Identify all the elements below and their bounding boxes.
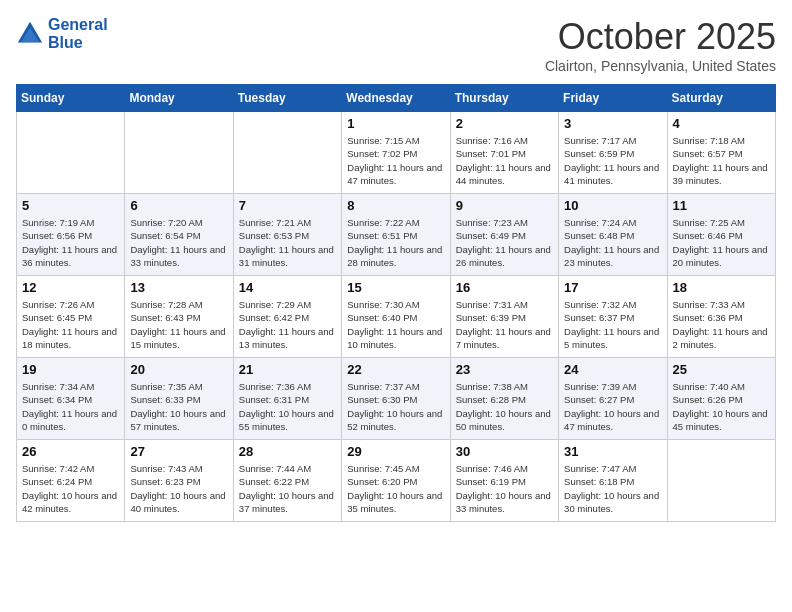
calendar-cell: 7Sunrise: 7:21 AM Sunset: 6:53 PM Daylig… (233, 194, 341, 276)
day-number: 19 (22, 362, 119, 377)
day-number: 3 (564, 116, 661, 131)
day-number: 30 (456, 444, 553, 459)
week-row-2: 5Sunrise: 7:19 AM Sunset: 6:56 PM Daylig… (17, 194, 776, 276)
cell-content: Sunrise: 7:43 AM Sunset: 6:23 PM Dayligh… (130, 462, 227, 515)
calendar-cell: 24Sunrise: 7:39 AM Sunset: 6:27 PM Dayli… (559, 358, 667, 440)
cell-content: Sunrise: 7:36 AM Sunset: 6:31 PM Dayligh… (239, 380, 336, 433)
calendar-cell: 23Sunrise: 7:38 AM Sunset: 6:28 PM Dayli… (450, 358, 558, 440)
day-number: 10 (564, 198, 661, 213)
calendar-cell: 28Sunrise: 7:44 AM Sunset: 6:22 PM Dayli… (233, 440, 341, 522)
day-number: 12 (22, 280, 119, 295)
cell-content: Sunrise: 7:47 AM Sunset: 6:18 PM Dayligh… (564, 462, 661, 515)
calendar-cell (667, 440, 775, 522)
cell-content: Sunrise: 7:31 AM Sunset: 6:39 PM Dayligh… (456, 298, 553, 351)
calendar-cell: 27Sunrise: 7:43 AM Sunset: 6:23 PM Dayli… (125, 440, 233, 522)
calendar-cell: 18Sunrise: 7:33 AM Sunset: 6:36 PM Dayli… (667, 276, 775, 358)
day-number: 20 (130, 362, 227, 377)
day-number: 23 (456, 362, 553, 377)
calendar-cell: 6Sunrise: 7:20 AM Sunset: 6:54 PM Daylig… (125, 194, 233, 276)
logo-text: General Blue (48, 16, 108, 52)
calendar-cell: 19Sunrise: 7:34 AM Sunset: 6:34 PM Dayli… (17, 358, 125, 440)
calendar-cell: 2Sunrise: 7:16 AM Sunset: 7:01 PM Daylig… (450, 112, 558, 194)
cell-content: Sunrise: 7:40 AM Sunset: 6:26 PM Dayligh… (673, 380, 770, 433)
calendar-table: SundayMondayTuesdayWednesdayThursdayFrid… (16, 84, 776, 522)
cell-content: Sunrise: 7:16 AM Sunset: 7:01 PM Dayligh… (456, 134, 553, 187)
calendar-cell: 20Sunrise: 7:35 AM Sunset: 6:33 PM Dayli… (125, 358, 233, 440)
calendar-cell: 5Sunrise: 7:19 AM Sunset: 6:56 PM Daylig… (17, 194, 125, 276)
cell-content: Sunrise: 7:26 AM Sunset: 6:45 PM Dayligh… (22, 298, 119, 351)
cell-content: Sunrise: 7:29 AM Sunset: 6:42 PM Dayligh… (239, 298, 336, 351)
cell-content: Sunrise: 7:28 AM Sunset: 6:43 PM Dayligh… (130, 298, 227, 351)
cell-content: Sunrise: 7:22 AM Sunset: 6:51 PM Dayligh… (347, 216, 444, 269)
calendar-cell: 30Sunrise: 7:46 AM Sunset: 6:19 PM Dayli… (450, 440, 558, 522)
cell-content: Sunrise: 7:46 AM Sunset: 6:19 PM Dayligh… (456, 462, 553, 515)
day-number: 21 (239, 362, 336, 377)
day-number: 26 (22, 444, 119, 459)
cell-content: Sunrise: 7:15 AM Sunset: 7:02 PM Dayligh… (347, 134, 444, 187)
calendar-cell: 31Sunrise: 7:47 AM Sunset: 6:18 PM Dayli… (559, 440, 667, 522)
cell-content: Sunrise: 7:44 AM Sunset: 6:22 PM Dayligh… (239, 462, 336, 515)
day-number: 15 (347, 280, 444, 295)
day-number: 9 (456, 198, 553, 213)
header-row: SundayMondayTuesdayWednesdayThursdayFrid… (17, 85, 776, 112)
day-number: 1 (347, 116, 444, 131)
calendar-cell: 14Sunrise: 7:29 AM Sunset: 6:42 PM Dayli… (233, 276, 341, 358)
cell-content: Sunrise: 7:19 AM Sunset: 6:56 PM Dayligh… (22, 216, 119, 269)
cell-content: Sunrise: 7:38 AM Sunset: 6:28 PM Dayligh… (456, 380, 553, 433)
calendar-cell: 29Sunrise: 7:45 AM Sunset: 6:20 PM Dayli… (342, 440, 450, 522)
day-number: 16 (456, 280, 553, 295)
day-number: 22 (347, 362, 444, 377)
calendar-cell (17, 112, 125, 194)
cell-content: Sunrise: 7:39 AM Sunset: 6:27 PM Dayligh… (564, 380, 661, 433)
calendar-cell: 13Sunrise: 7:28 AM Sunset: 6:43 PM Dayli… (125, 276, 233, 358)
day-number: 6 (130, 198, 227, 213)
calendar-cell: 12Sunrise: 7:26 AM Sunset: 6:45 PM Dayli… (17, 276, 125, 358)
cell-content: Sunrise: 7:21 AM Sunset: 6:53 PM Dayligh… (239, 216, 336, 269)
cell-content: Sunrise: 7:20 AM Sunset: 6:54 PM Dayligh… (130, 216, 227, 269)
day-number: 2 (456, 116, 553, 131)
calendar-cell: 15Sunrise: 7:30 AM Sunset: 6:40 PM Dayli… (342, 276, 450, 358)
calendar-cell: 17Sunrise: 7:32 AM Sunset: 6:37 PM Dayli… (559, 276, 667, 358)
cell-content: Sunrise: 7:32 AM Sunset: 6:37 PM Dayligh… (564, 298, 661, 351)
cell-content: Sunrise: 7:23 AM Sunset: 6:49 PM Dayligh… (456, 216, 553, 269)
day-header-wednesday: Wednesday (342, 85, 450, 112)
cell-content: Sunrise: 7:35 AM Sunset: 6:33 PM Dayligh… (130, 380, 227, 433)
logo: General Blue (16, 16, 108, 52)
calendar-cell: 25Sunrise: 7:40 AM Sunset: 6:26 PM Dayli… (667, 358, 775, 440)
day-number: 31 (564, 444, 661, 459)
page-header: General Blue October 2025 Clairton, Penn… (16, 16, 776, 74)
day-number: 18 (673, 280, 770, 295)
day-number: 25 (673, 362, 770, 377)
day-number: 24 (564, 362, 661, 377)
calendar-cell: 16Sunrise: 7:31 AM Sunset: 6:39 PM Dayli… (450, 276, 558, 358)
cell-content: Sunrise: 7:30 AM Sunset: 6:40 PM Dayligh… (347, 298, 444, 351)
cell-content: Sunrise: 7:33 AM Sunset: 6:36 PM Dayligh… (673, 298, 770, 351)
cell-content: Sunrise: 7:45 AM Sunset: 6:20 PM Dayligh… (347, 462, 444, 515)
cell-content: Sunrise: 7:18 AM Sunset: 6:57 PM Dayligh… (673, 134, 770, 187)
cell-content: Sunrise: 7:24 AM Sunset: 6:48 PM Dayligh… (564, 216, 661, 269)
calendar-cell: 1Sunrise: 7:15 AM Sunset: 7:02 PM Daylig… (342, 112, 450, 194)
calendar-cell: 8Sunrise: 7:22 AM Sunset: 6:51 PM Daylig… (342, 194, 450, 276)
day-header-friday: Friday (559, 85, 667, 112)
cell-content: Sunrise: 7:34 AM Sunset: 6:34 PM Dayligh… (22, 380, 119, 433)
calendar-cell: 4Sunrise: 7:18 AM Sunset: 6:57 PM Daylig… (667, 112, 775, 194)
day-number: 27 (130, 444, 227, 459)
calendar-cell: 3Sunrise: 7:17 AM Sunset: 6:59 PM Daylig… (559, 112, 667, 194)
calendar-cell: 26Sunrise: 7:42 AM Sunset: 6:24 PM Dayli… (17, 440, 125, 522)
month-title: October 2025 (545, 16, 776, 58)
day-number: 4 (673, 116, 770, 131)
week-row-1: 1Sunrise: 7:15 AM Sunset: 7:02 PM Daylig… (17, 112, 776, 194)
calendar-cell: 21Sunrise: 7:36 AM Sunset: 6:31 PM Dayli… (233, 358, 341, 440)
day-number: 5 (22, 198, 119, 213)
cell-content: Sunrise: 7:42 AM Sunset: 6:24 PM Dayligh… (22, 462, 119, 515)
week-row-5: 26Sunrise: 7:42 AM Sunset: 6:24 PM Dayli… (17, 440, 776, 522)
day-number: 28 (239, 444, 336, 459)
calendar-cell (125, 112, 233, 194)
day-header-monday: Monday (125, 85, 233, 112)
day-header-thursday: Thursday (450, 85, 558, 112)
day-number: 13 (130, 280, 227, 295)
cell-content: Sunrise: 7:37 AM Sunset: 6:30 PM Dayligh… (347, 380, 444, 433)
location-text: Clairton, Pennsylvania, United States (545, 58, 776, 74)
calendar-cell: 10Sunrise: 7:24 AM Sunset: 6:48 PM Dayli… (559, 194, 667, 276)
day-number: 14 (239, 280, 336, 295)
